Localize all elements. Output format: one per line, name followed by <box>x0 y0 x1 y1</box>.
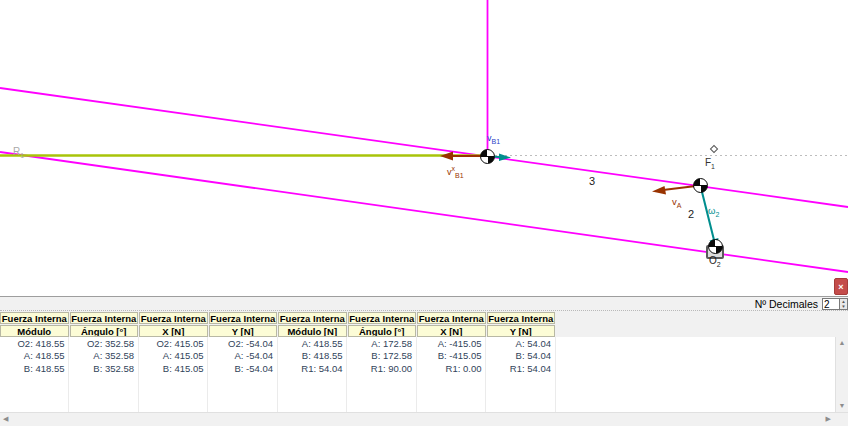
table-cell: R1: 0.00 <box>417 363 487 374</box>
label-va: vA <box>672 196 681 211</box>
table-cell: B: 54.04 <box>487 350 557 361</box>
group-header-cell: Fuerza Interna <box>70 312 139 324</box>
table-cell: A: -415.05 <box>417 338 487 349</box>
vertical-scrollbar[interactable]: ▲ ▼ <box>835 337 848 412</box>
table-cell: O2: 418.55 <box>0 338 70 349</box>
group-header-cell: Fuerza Interna <box>0 312 69 324</box>
table-row: O2: 418.55 O2: 352.58 O2: 415.05 O2: -54… <box>0 337 835 350</box>
results-table: Fuerza Interna Fuerza Interna Fuerza Int… <box>0 310 848 337</box>
joint-a-pin[interactable] <box>693 178 708 193</box>
table-cell: R1: 90.00 <box>348 363 418 374</box>
vxb1-arrowhead <box>440 152 453 161</box>
table-cell: A: 352.58 <box>70 350 140 361</box>
horizontal-scrollbar[interactable]: ◀ ▶ <box>0 412 848 426</box>
column-header-cell: X [N] <box>139 325 208 337</box>
column-header-cell: Módulo [N] <box>278 325 347 337</box>
table-cell: O2: -54.04 <box>209 338 279 349</box>
group-header-cell: Fuerza Interna <box>348 312 417 324</box>
table-cell: B: -415.05 <box>417 350 487 361</box>
column-header-cell: Módulo <box>0 325 69 337</box>
label-o2: O2 <box>709 255 721 270</box>
scroll-down-icon[interactable]: ▼ <box>839 400 846 412</box>
table-cell: A: 418.55 <box>278 338 348 349</box>
label-vb1: vB1 <box>487 133 500 147</box>
group-header-cell: Fuerza Interna <box>209 312 278 324</box>
label-r1: R1 <box>13 146 24 161</box>
table-cell: B: 418.55 <box>278 350 348 361</box>
table-column-header-row: Módulo Ángulo [°] X [N] Y [N] Módulo [N]… <box>0 325 848 337</box>
table-cell: A: 54.04 <box>487 338 557 349</box>
table-cell: A: 418.55 <box>0 350 70 361</box>
label-omega2: ω2 <box>708 205 719 220</box>
label-link2: 2 <box>688 209 694 220</box>
table-cell: B: -54.04 <box>209 363 279 374</box>
mechanism-canvas[interactable]: R1 vB1 vxB1 vA ω2 3 2 F1 O2 <box>0 0 848 296</box>
close-icon: × <box>838 282 843 292</box>
table-cell: O2: 415.05 <box>139 338 209 349</box>
decimals-control-strip: Nº Decimales ▲ ▼ <box>0 297 848 311</box>
table-cell: B: 415.05 <box>139 363 209 374</box>
joint-o2-pin[interactable] <box>708 239 723 254</box>
close-panel-button[interactable]: × <box>834 278 848 295</box>
label-link3: 3 <box>589 176 595 187</box>
table-cell: R1: 54.04 <box>278 363 348 374</box>
column-header-cell: X [N] <box>417 325 486 337</box>
decimals-label: Nº Decimales <box>755 298 818 310</box>
va-arrowhead <box>652 186 666 195</box>
table-cell: A: -54.04 <box>209 350 279 361</box>
scroll-left-icon[interactable]: ◀ <box>3 415 8 423</box>
table-cell: R1: 54.04 <box>487 363 557 374</box>
table-row: A: 418.55 A: 352.58 A: 415.05 A: -54.04 … <box>0 350 835 363</box>
group-header-cell: Fuerza Interna <box>417 312 486 324</box>
table-cell: A: 172.58 <box>348 338 418 349</box>
label-f1: F1 <box>705 157 715 172</box>
table-cell: O2: 352.58 <box>70 338 140 349</box>
decimals-spinner[interactable]: ▲ ▼ <box>840 298 848 310</box>
decimals-input[interactable] <box>822 298 840 310</box>
column-header-cell: Y [N] <box>209 325 278 337</box>
scroll-up-icon[interactable]: ▲ <box>839 337 846 349</box>
label-vxb1: vxB1 <box>447 163 464 181</box>
group-header-cell: Fuerza Interna <box>139 312 208 324</box>
scroll-right-icon[interactable]: ▶ <box>826 415 831 423</box>
link3-upper-line <box>0 88 848 207</box>
table-row: B: 418.55 B: 352.58 B: 415.05 B: -54.04 … <box>0 362 835 375</box>
table-cell: B: 418.55 <box>0 363 70 374</box>
table-data-area[interactable]: O2: 418.55 O2: 352.58 O2: 415.05 O2: -54… <box>0 337 835 412</box>
joint-b-pin[interactable] <box>480 149 495 164</box>
column-header-cell: Ángulo [°] <box>70 325 139 337</box>
spin-down-icon[interactable]: ▼ <box>840 304 847 309</box>
column-header-cell: Ángulo [°] <box>348 325 417 337</box>
table-cell: B: 172.58 <box>348 350 418 361</box>
group-header-cell: Fuerza Interna <box>278 312 347 324</box>
group-header-cell: Fuerza Interna <box>487 312 556 324</box>
table-cell: A: 415.05 <box>139 350 209 361</box>
column-header-cell: Y [N] <box>487 325 556 337</box>
table-group-header-row: Fuerza Interna Fuerza Interna Fuerza Int… <box>0 312 848 324</box>
table-cell: B: 352.58 <box>70 363 140 374</box>
